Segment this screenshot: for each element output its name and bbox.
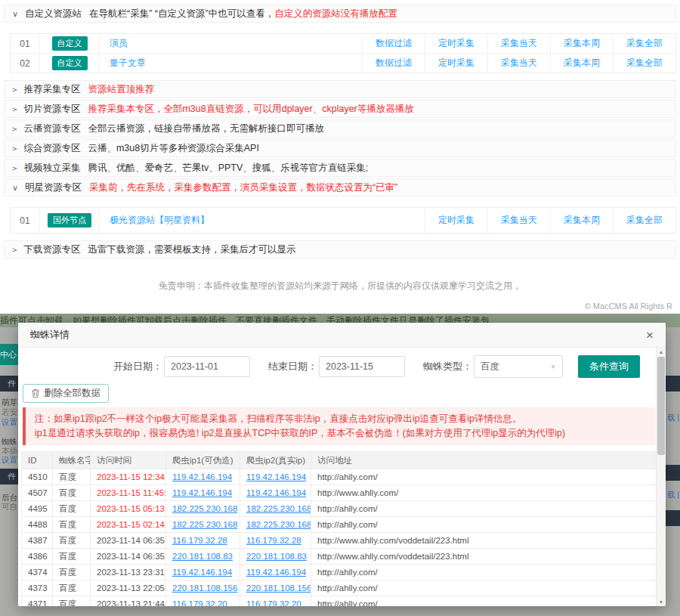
- modal-body: 开始日期： 结束日期： 蜘蛛类型： 百度 ▼ 条件查询 删除全部数据 注：如果i…: [18, 348, 666, 606]
- table-row: 4510百度2023-11-15 12:34:43119.42.146.1941…: [22, 469, 657, 485]
- ip-link[interactable]: 182.225.230.168: [246, 520, 311, 529]
- page: ∨自定义资源站在导航栏“采集” “自定义资源”中也可以查看，自定义的资源站没有播…: [0, 0, 680, 616]
- cell-visit-time: 2023-11-13 22:05:50: [91, 580, 166, 596]
- background-text-fragment: 设置: [2, 417, 17, 428]
- section-row[interactable]: ∨明星资源专区采集前，先在系统，采集参数配置，演员采集设置，数据状态设置为“已审…: [4, 178, 676, 197]
- cell-visit-time: 2023-11-14 06:35:41: [91, 549, 166, 565]
- action-link[interactable]: 采集当天: [487, 208, 550, 233]
- section-row[interactable]: ∨自定义资源站在导航栏“采集” “自定义资源”中也可以查看，自定义的资源站没有播…: [4, 5, 676, 23]
- cell-ip2: 220.181.108.83: [240, 549, 311, 565]
- delete-all-label: 删除全部数据: [44, 387, 100, 400]
- cell-visit-time: 2023-11-15 11:45:15: [91, 485, 166, 501]
- action-link[interactable]: 采集当天: [487, 54, 550, 73]
- resource-name-link[interactable]: 极光资源站【明星资料】: [110, 215, 209, 225]
- action-link[interactable]: 定时采集: [425, 54, 487, 73]
- delete-all-button[interactable]: 删除全部数据: [23, 384, 109, 403]
- cell-spider-name: 百度: [53, 517, 91, 533]
- resource-name-cell: 量子文章: [100, 57, 362, 70]
- section-desc-highlight: 资源站置顶推荐: [88, 83, 154, 96]
- table-row: 4374百度2023-11-13 23:31:17119.42.146.1941…: [22, 565, 657, 580]
- query-button[interactable]: 条件查询: [578, 355, 640, 378]
- action-link[interactable]: 定时采集: [425, 208, 487, 233]
- badge-cell: 国外节点: [40, 208, 100, 233]
- ip-link[interactable]: 182.225.230.168: [172, 504, 237, 513]
- cell-visit-time: 2023-11-14 06:35:41: [91, 533, 166, 549]
- section-title: 云播资源专区: [23, 122, 80, 135]
- action-link[interactable]: 采集本周: [550, 34, 613, 53]
- action-link[interactable]: 数据过滤: [362, 34, 425, 53]
- section-row[interactable]: >视频独立采集腾讯、优酷、爱奇艺、芒果tv、PPTV、搜狐、乐视等官方直链采集;: [4, 159, 676, 177]
- section-title: 明星资源专区: [25, 181, 82, 194]
- action-link[interactable]: 采集全部: [613, 34, 675, 53]
- background-teal-button-fragment: 中心: [0, 344, 18, 365]
- ip-link[interactable]: 116.179.32.20: [246, 599, 301, 606]
- background-section-bar-fragment: 件: [0, 469, 18, 484]
- warning-note: 注：如果ip1跟ip2不一样这个ip极大可能是采集器，扫描程序等非法ip，直接点…: [23, 407, 655, 445]
- action-link[interactable]: 数据过滤: [362, 54, 425, 73]
- spider-type-select[interactable]: 百度 ▼: [474, 355, 563, 378]
- ip-link[interactable]: 119.42.146.194: [172, 568, 232, 577]
- ip-link[interactable]: 220.181.108.83: [246, 552, 307, 561]
- start-date-label: 开始日期：: [113, 360, 162, 373]
- resource-name-link[interactable]: 演员: [110, 38, 128, 48]
- ip-link[interactable]: 116.179.32.20: [172, 599, 227, 606]
- section-row[interactable]: >综合资源专区云播、m3u8切片等多种资源综合采集API: [4, 139, 676, 157]
- ip-link[interactable]: 116.179.32.28: [246, 536, 301, 545]
- action-link[interactable]: 定时采集: [425, 34, 487, 53]
- close-icon[interactable]: ×: [646, 329, 654, 342]
- cell-visit-url: http://ahlly.com/: [311, 596, 657, 607]
- filter-form: 开始日期： 结束日期： 蜘蛛类型： 百度 ▼ 条件查询: [113, 348, 666, 382]
- scrollbar-down-icon[interactable]: ▼: [657, 598, 666, 606]
- background-text-fragment: 萌芽: [2, 398, 17, 408]
- resource-name-cell: 演员: [100, 37, 362, 50]
- ip-link[interactable]: 182.225.230.168: [246, 504, 311, 513]
- start-date-input[interactable]: [164, 356, 250, 377]
- section-desc-highlight: 推荐采集本专区，全部m3u8直链资源，可以用dplayer、ckplayer等播…: [88, 103, 413, 116]
- cell-ip1: 119.42.146.194: [166, 565, 240, 580]
- column-header: 蜘蛛名字: [53, 452, 91, 469]
- status-badge: 自定义: [52, 36, 88, 51]
- section-row[interactable]: >切片资源专区推荐采集本专区，全部m3u8直链资源，可以用dplayer、ckp…: [4, 100, 676, 118]
- cell-visit-url: http://ahlly.com/: [311, 469, 657, 485]
- modal-scrollbar[interactable]: ▲ ▼: [656, 348, 666, 606]
- section-title: 视频独立采集: [23, 162, 80, 175]
- scrollbar-thumb[interactable]: [657, 357, 665, 455]
- ip-link[interactable]: 119.42.146.194: [246, 472, 306, 481]
- chevron-right-icon: >: [12, 144, 17, 153]
- section-row[interactable]: >推荐采集专区资源站置顶推荐: [4, 80, 676, 98]
- badge-cell: 自定义: [40, 54, 100, 73]
- ip-link[interactable]: 116.179.32.28: [172, 536, 227, 545]
- note-line-2: ip1是通过请求头获取的ip，很容易伪造! ip2是直接从TCP中获取的IP，基…: [35, 426, 646, 441]
- action-link[interactable]: 采集本周: [550, 54, 613, 73]
- ip-link[interactable]: 220.181.108.83: [172, 552, 233, 561]
- cell-visit-url: http://ahlly.com/: [311, 501, 657, 517]
- ip-link[interactable]: 119.42.146.194: [172, 488, 232, 497]
- ip-link[interactable]: 182.225.230.168: [172, 520, 237, 529]
- section-row[interactable]: >云播资源专区全部云播资源，链接自带播放器，无需解析接口即可播放: [4, 119, 676, 138]
- column-header: 爬虫ip2(真实ip): [240, 452, 311, 469]
- action-link[interactable]: 采集全部: [613, 208, 675, 233]
- cell-id: 4507: [22, 485, 53, 501]
- action-link[interactable]: 采集本周: [550, 208, 613, 233]
- section-row[interactable]: >下载资源专区迅雷下载资源，需要模板支持，采集后才可以显示: [4, 240, 676, 258]
- column-header: 爬虫ip1(可伪造): [166, 452, 240, 469]
- action-link[interactable]: 采集全部: [613, 54, 675, 73]
- section-title: 自定义资源站: [25, 8, 82, 20]
- ip-link[interactable]: 220.181.108.156: [246, 583, 311, 593]
- scrollbar-up-icon[interactable]: ▲: [657, 348, 666, 356]
- chevron-right-icon: >: [12, 105, 17, 113]
- end-date-input[interactable]: [319, 356, 405, 377]
- table-row: 4386百度2023-11-14 06:35:41220.181.108.832…: [22, 549, 657, 565]
- cell-ip1: 182.225.230.168: [166, 501, 240, 517]
- background-section-bar-fragment: [666, 465, 680, 481]
- table-row: 4373百度2023-11-13 22:05:50220.181.108.156…: [22, 580, 657, 596]
- resource-name-link[interactable]: 量子文章: [110, 57, 146, 68]
- ip-link[interactable]: 119.42.146.194: [172, 472, 232, 481]
- ip-link[interactable]: 220.181.108.156: [172, 583, 237, 593]
- ip-link[interactable]: 119.42.146.194: [246, 488, 306, 497]
- spider-type-label: 蜘蛛类型：: [423, 360, 472, 373]
- ip-link[interactable]: 119.42.146.194: [246, 568, 306, 577]
- action-link[interactable]: 采集当天: [487, 34, 550, 53]
- cell-id: 4387: [22, 533, 53, 549]
- badge-cell: 自定义: [40, 34, 100, 53]
